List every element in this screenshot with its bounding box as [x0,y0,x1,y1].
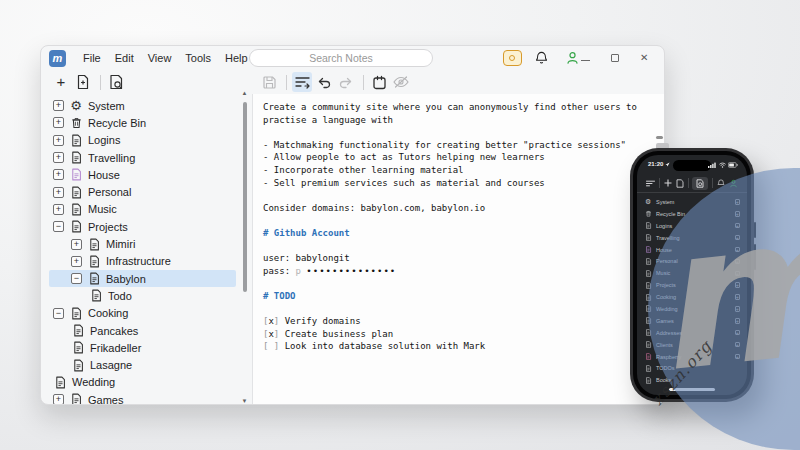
phone-tree-item-todos[interactable]: TODOs [645,362,740,374]
tree-item-system[interactable]: +⚙System [49,97,236,114]
phone-tree-item-music[interactable]: Music+ [645,267,740,279]
expand-toggle-icon[interactable]: + [53,204,64,215]
phone-new-note-icon[interactable] [676,179,684,188]
editor-line: practise a language with [263,114,664,127]
tree-item-house[interactable]: + House [49,166,236,183]
scroll-up-icon[interactable]: ▲ [240,90,249,96]
tree-item-travelling[interactable]: + Travelling [49,149,236,166]
maximize-button[interactable] [611,54,619,62]
collapse-toggle-icon[interactable]: − [53,221,64,232]
tree-item-games[interactable]: + Games [49,391,236,405]
sync-status-icon[interactable] [503,50,522,66]
expand-toggle-icon[interactable]: + [53,100,64,111]
tree-item-recycle-bin[interactable]: + Recycle Bin [49,114,236,131]
scrollbar-thumb[interactable] [243,102,247,292]
expand-toggle-icon[interactable]: + [53,394,64,405]
phone-expand-toggle-icon[interactable]: + [735,223,741,229]
phone-expand-toggle-icon[interactable]: + [735,259,741,265]
phone-tree-item-books[interactable]: Books [645,374,740,386]
menu-help[interactable]: Help [225,52,248,64]
collapse-toggle-icon[interactable]: − [71,273,82,284]
phone-tree-item-system[interactable]: ⚙System+ [645,196,740,208]
expand-toggle-icon[interactable]: + [53,187,64,198]
tree-item-wedding[interactable]: Wedding [49,374,236,391]
expand-toggle-icon[interactable]: + [53,169,64,180]
menu-edit[interactable]: Edit [115,52,134,64]
phone-tree-item-house[interactable]: House+ [645,244,740,256]
phone-bell-icon[interactable] [717,179,725,188]
phone-mockup: 21:20 [630,148,754,402]
tree-item-personal[interactable]: + Personal [49,183,236,200]
phone-expand-toggle-icon[interactable]: + [735,247,741,253]
expand-toggle-icon[interactable]: + [53,117,64,128]
phone-tree-item-logins[interactable]: Logins+ [645,220,740,232]
expand-toggle-icon[interactable]: + [71,256,82,267]
history-icon[interactable] [369,72,389,92]
tree-item-label: House [88,169,120,181]
phone-expand-toggle-icon[interactable]: + [735,354,741,360]
phone-tree-item-label: Raspberry [656,354,735,360]
tree-item-todo[interactable]: Todo [49,287,236,304]
phone-expand-toggle-icon[interactable]: + [735,318,741,324]
search-notes-button[interactable] [106,72,126,92]
phone-tree-item-addresses[interactable]: Addresses+ [645,327,740,339]
todo-text: Verify domains [285,316,361,326]
tree-item-lasagne[interactable]: Lasagne [49,356,236,373]
phone-expand-toggle-icon[interactable]: + [735,235,741,241]
menu-tools[interactable]: Tools [185,52,211,64]
phone-expand-toggle-icon[interactable]: + [735,294,741,300]
tree-item-infrastructure[interactable]: + Infrastructure [49,253,236,270]
phone-search-icon[interactable] [692,177,708,190]
phone-tree-item-cooking[interactable]: Cooking+ [645,291,740,303]
tree-item-logins[interactable]: + Logins [49,132,236,149]
expand-toggle-icon[interactable]: + [71,239,82,250]
word-wrap-icon[interactable] [292,72,312,92]
phone-tree-item-projects[interactable]: Projects+ [645,279,740,291]
note-editor[interactable]: Create a community site where you can an… [253,94,664,405]
tree-item-music[interactable]: + Music [49,201,236,218]
close-button[interactable]: ✕ [640,53,648,63]
expand-toggle-icon[interactable]: + [53,135,64,146]
collapse-toggle-icon[interactable]: − [53,308,64,319]
phone-expand-toggle-icon[interactable]: + [735,306,741,312]
save-icon[interactable] [259,72,279,92]
phone-word-wrap-icon[interactable] [646,180,655,187]
tree-item-projects[interactable]: − Projects [49,218,236,235]
add-button[interactable]: + [51,72,71,92]
phone-expand-toggle-icon[interactable]: + [735,211,741,217]
undo-icon[interactable] [314,72,334,92]
account-user-icon[interactable] [562,48,582,68]
tree-item-frikadeller[interactable]: Frikadeller [49,339,236,356]
phone-tree-item-recycle-bin[interactable]: Recycle Bin+ [645,208,740,220]
search-input[interactable] [249,49,433,67]
menu-file[interactable]: File [83,52,101,64]
phone-account-icon[interactable] [729,179,738,188]
sidebar-scrollbar[interactable]: ▲ ▼ [240,94,249,405]
tree-item-pancakes[interactable]: Pancakes [49,322,236,339]
editor-scrollbar-thumb[interactable] [656,136,663,139]
expand-toggle-icon[interactable]: + [53,152,64,163]
phone-tree-item-clients[interactable]: Clients+ [645,339,740,351]
hide-eye-off-icon[interactable] [391,72,411,92]
redo-icon[interactable] [336,72,356,92]
tree-item-cooking[interactable]: − Cooking [49,305,236,322]
phone-tree-item-label: Wedding [656,306,735,312]
phone-expand-toggle-icon[interactable]: + [735,199,741,205]
phone-tree-item-personal[interactable]: Personal+ [645,255,740,267]
phone-add-icon[interactable] [664,179,672,187]
phone-expand-toggle-icon[interactable]: + [735,342,741,348]
phone-tree-item-travelling[interactable]: Travelling+ [645,232,740,244]
notifications-bell-icon[interactable] [531,48,551,68]
phone-tree-item-wedding[interactable]: Wedding+ [645,303,740,315]
scroll-down-icon[interactable]: ▼ [240,398,249,404]
phone-tree-item-raspberry[interactable]: Raspberry+ [645,351,740,363]
tree-item-mimiri[interactable]: + Mimiri [49,235,236,252]
phone-expand-toggle-icon[interactable]: + [735,330,741,336]
menu-view[interactable]: View [148,52,172,64]
tree-item-babylon[interactable]: − Babylon [49,270,236,287]
phone-expand-toggle-icon[interactable]: + [735,282,741,288]
minimize-button[interactable] [581,60,590,61]
phone-expand-toggle-icon[interactable]: + [735,271,741,277]
new-note-button[interactable] [73,72,93,92]
phone-tree-item-games[interactable]: Games+ [645,315,740,327]
